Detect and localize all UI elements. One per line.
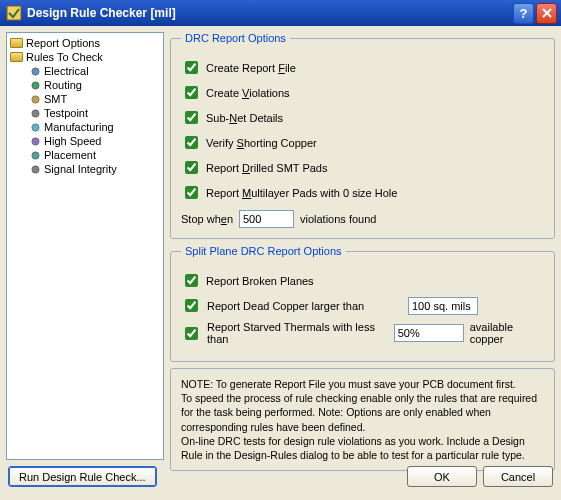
close-icon (542, 8, 552, 18)
svg-point-1 (32, 67, 39, 74)
starved-thermals-checkbox[interactable] (185, 327, 198, 340)
tree-child-item[interactable]: High Speed (10, 134, 160, 148)
svg-point-7 (32, 151, 39, 158)
broken-planes-row: Report Broken Planes (181, 271, 544, 290)
main-panel: DRC Report Options Create Report FileCre… (170, 32, 555, 460)
drc-legend: DRC Report Options (181, 32, 290, 44)
drc-option-row: Create Violations (181, 83, 544, 102)
tree-label: Rules To Check (26, 51, 103, 63)
folder-icon (10, 38, 23, 48)
note-line-1: NOTE: To generate Report File you must s… (181, 377, 544, 391)
svg-point-5 (32, 123, 39, 130)
drc-option-row: Sub-Net Details (181, 108, 544, 127)
help-button[interactable]: ? (513, 3, 534, 24)
starved-thermals-input[interactable] (394, 324, 464, 342)
split-legend: Split Plane DRC Report Options (181, 245, 346, 257)
drc-option-checkbox[interactable] (185, 61, 198, 74)
drc-report-options-group: DRC Report Options Create Report FileCre… (170, 32, 555, 239)
tree-label: Placement (44, 149, 96, 161)
tree-label: Testpoint (44, 107, 88, 119)
tree-child-item[interactable]: Placement (10, 148, 160, 162)
svg-point-8 (32, 165, 39, 172)
dead-copper-input[interactable] (408, 297, 478, 315)
starved-thermals-row: Report Starved Thermals with less than a… (181, 321, 544, 345)
drc-option-checkbox[interactable] (185, 136, 198, 149)
drc-option-label: Create Report File (206, 62, 296, 74)
tree-child-item[interactable]: Testpoint (10, 106, 160, 120)
tree-label: High Speed (44, 135, 102, 147)
drc-option-checkbox[interactable] (185, 111, 198, 124)
tree-label: Report Options (26, 37, 100, 49)
svg-point-4 (32, 109, 39, 116)
rule-category-icon (30, 136, 41, 147)
rule-category-icon (30, 94, 41, 105)
drc-option-checkbox[interactable] (185, 86, 198, 99)
broken-planes-checkbox[interactable] (185, 274, 198, 287)
drc-option-row: Verify Shorting Copper (181, 133, 544, 152)
tree-label: Manufacturing (44, 121, 114, 133)
stop-when-row: Stop when violations found (181, 210, 544, 228)
rule-category-icon (30, 164, 41, 175)
tree-label: Electrical (44, 65, 89, 77)
dead-copper-label: Report Dead Copper larger than (207, 300, 402, 312)
app-icon (6, 5, 22, 21)
dialog-body: Report OptionsRules To CheckElectricalRo… (0, 26, 561, 466)
tree-label: Signal Integrity (44, 163, 117, 175)
title-bar: Design Rule Checker [mil] ? (0, 0, 561, 26)
drc-option-label: Report Drilled SMT Pads (206, 162, 327, 174)
stop-when-suffix: violations found (300, 213, 376, 225)
drc-option-label: Create Violations (206, 87, 290, 99)
tree-root-item[interactable]: Report Options (10, 36, 160, 50)
drc-option-row: Report Multilayer Pads with 0 size Hole (181, 183, 544, 202)
note-line-3: On-line DRC tests for design rule violat… (181, 434, 544, 462)
tree-child-item[interactable]: SMT (10, 92, 160, 106)
svg-point-3 (32, 95, 39, 102)
split-plane-group: Split Plane DRC Report Options Report Br… (170, 245, 555, 362)
drc-option-label: Report Multilayer Pads with 0 size Hole (206, 187, 397, 199)
rule-category-icon (30, 80, 41, 91)
tree-child-item[interactable]: Signal Integrity (10, 162, 160, 176)
close-button[interactable] (536, 3, 557, 24)
drc-option-row: Report Drilled SMT Pads (181, 158, 544, 177)
tree-child-item[interactable]: Manufacturing (10, 120, 160, 134)
rule-category-icon (30, 108, 41, 119)
drc-option-label: Verify Shorting Copper (206, 137, 317, 149)
window-title: Design Rule Checker [mil] (27, 6, 513, 20)
cancel-button[interactable]: Cancel (483, 466, 553, 487)
run-drc-button[interactable]: Run Design Rule Check... (8, 466, 157, 487)
stop-when-input[interactable] (239, 210, 294, 228)
note-box: NOTE: To generate Report File you must s… (170, 368, 555, 471)
tree-panel[interactable]: Report OptionsRules To CheckElectricalRo… (6, 32, 164, 460)
drc-option-label: Sub-Net Details (206, 112, 283, 124)
svg-point-2 (32, 81, 39, 88)
rule-category-icon (30, 122, 41, 133)
tree-root-item[interactable]: Rules To Check (10, 50, 160, 64)
drc-option-checkbox[interactable] (185, 186, 198, 199)
svg-point-6 (32, 137, 39, 144)
note-line-2: To speed the process of rule checking en… (181, 391, 544, 434)
tree-child-item[interactable]: Routing (10, 78, 160, 92)
tree-child-item[interactable]: Electrical (10, 64, 160, 78)
tree-label: SMT (44, 93, 67, 105)
starved-thermals-label: Report Starved Thermals with less than (207, 321, 388, 345)
drc-option-checkbox[interactable] (185, 161, 198, 174)
folder-icon (10, 52, 23, 62)
broken-planes-label: Report Broken Planes (206, 275, 314, 287)
rule-category-icon (30, 66, 41, 77)
dead-copper-row: Report Dead Copper larger than (181, 296, 544, 315)
stop-when-label: Stop when (181, 213, 233, 225)
rule-category-icon (30, 150, 41, 161)
ok-button[interactable]: OK (407, 466, 477, 487)
drc-option-row: Create Report File (181, 58, 544, 77)
starved-thermals-suffix: available copper (470, 321, 544, 345)
tree-label: Routing (44, 79, 82, 91)
dead-copper-checkbox[interactable] (185, 299, 198, 312)
